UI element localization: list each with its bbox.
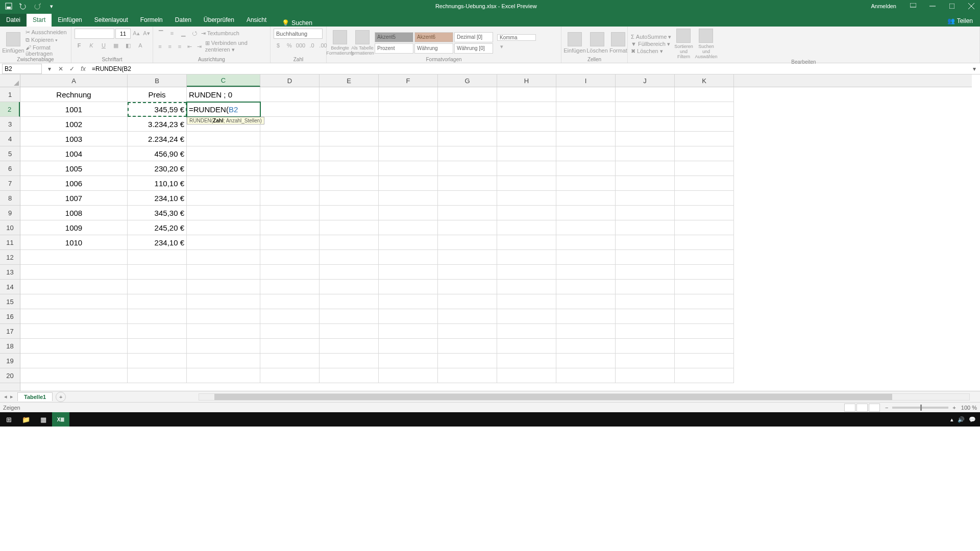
tell-me-search[interactable]: 💡 Suchen xyxy=(282,19,312,27)
qat-dropdown-icon[interactable]: ▾ xyxy=(47,2,56,11)
row-header-14[interactable]: 14 xyxy=(0,280,20,294)
cell-E15[interactable] xyxy=(320,294,379,309)
cell-I17[interactable] xyxy=(556,324,616,339)
cell-G9[interactable] xyxy=(438,206,497,220)
cell-E17[interactable] xyxy=(320,324,379,339)
cell-A8[interactable]: 1007 xyxy=(20,191,128,206)
column-header-J[interactable]: J xyxy=(616,74,675,87)
cell-G18[interactable] xyxy=(438,339,497,354)
copy-button[interactable]: ⧉ Kopieren ▾ xyxy=(26,37,68,43)
cell-K2[interactable] xyxy=(675,102,734,117)
cell-G4[interactable] xyxy=(438,132,497,146)
cell-E18[interactable] xyxy=(320,339,379,354)
expand-formula-bar-icon[interactable]: ▾ xyxy=(969,64,980,74)
cell-H7[interactable] xyxy=(497,176,556,191)
column-header-K[interactable]: K xyxy=(675,74,734,87)
cell-A13[interactable] xyxy=(20,265,128,280)
cell-G5[interactable] xyxy=(438,146,497,161)
cell-I18[interactable] xyxy=(556,339,616,354)
cell-D15[interactable] xyxy=(260,294,320,309)
cell-B15[interactable] xyxy=(128,294,187,309)
cell-C15[interactable] xyxy=(187,294,260,309)
cell-J4[interactable] xyxy=(616,132,675,146)
align-middle-icon[interactable]: ≡ xyxy=(167,29,177,38)
cell-F8[interactable] xyxy=(379,191,438,206)
orientation-icon[interactable]: ⭯ xyxy=(190,29,199,38)
taskbar-explorer-icon[interactable]: 📁 xyxy=(17,412,35,427)
italic-button[interactable]: K xyxy=(87,41,96,50)
cell-B19[interactable] xyxy=(128,354,187,368)
cell-A14[interactable] xyxy=(20,280,128,294)
name-box-dropdown-icon[interactable]: ▾ xyxy=(44,64,55,74)
percent-format-icon[interactable]: % xyxy=(285,41,294,50)
row-header-10[interactable]: 10 xyxy=(0,220,20,235)
cell-B5[interactable]: 456,90 € xyxy=(128,146,187,161)
format-painter-button[interactable]: 🖌 Format übertragen xyxy=(26,44,68,57)
cell-K5[interactable] xyxy=(675,146,734,161)
style-dezimal[interactable]: Dezimal [0] xyxy=(454,32,493,42)
cell-E16[interactable] xyxy=(320,309,379,324)
cell-E4[interactable] xyxy=(320,132,379,146)
cell-D16[interactable] xyxy=(260,309,320,324)
thousands-icon[interactable]: 000 xyxy=(296,41,305,50)
cell-K7[interactable] xyxy=(675,176,734,191)
row-header-16[interactable]: 16 xyxy=(0,309,20,324)
tab-insert[interactable]: Einfügen xyxy=(52,14,88,27)
cell-F5[interactable] xyxy=(379,146,438,161)
cell-D5[interactable] xyxy=(260,146,320,161)
tray-volume-icon[interactable]: 🔊 xyxy=(958,416,965,423)
cell-C13[interactable] xyxy=(187,265,260,280)
insert-function-icon[interactable]: fx xyxy=(78,64,89,74)
cell-D3[interactable] xyxy=(260,117,320,132)
cell-J12[interactable] xyxy=(616,250,675,265)
cell-I9[interactable] xyxy=(556,206,616,220)
cell-C8[interactable] xyxy=(187,191,260,206)
cell-E7[interactable] xyxy=(320,176,379,191)
cell-E9[interactable] xyxy=(320,206,379,220)
cell-K9[interactable] xyxy=(675,206,734,220)
cancel-formula-icon[interactable]: ✕ xyxy=(55,64,66,74)
cell-I12[interactable] xyxy=(556,250,616,265)
cell-H8[interactable] xyxy=(497,191,556,206)
cell-G15[interactable] xyxy=(438,294,497,309)
cell-A17[interactable] xyxy=(20,324,128,339)
cell-J15[interactable] xyxy=(616,294,675,309)
sheet-nav-last-icon[interactable]: ▸ xyxy=(10,393,13,400)
cell-D17[interactable] xyxy=(260,324,320,339)
cell-D20[interactable] xyxy=(260,368,320,383)
cell-K11[interactable] xyxy=(675,235,734,250)
cell-F13[interactable] xyxy=(379,265,438,280)
cut-button[interactable]: ✂ Ausschneiden xyxy=(26,29,68,36)
cell-F15[interactable] xyxy=(379,294,438,309)
number-format-select[interactable] xyxy=(274,29,323,39)
cell-I7[interactable] xyxy=(556,176,616,191)
column-header-B[interactable]: B xyxy=(128,74,187,87)
cell-A15[interactable] xyxy=(20,294,128,309)
border-button[interactable]: ▦ xyxy=(111,41,120,50)
insert-cells-button[interactable]: Einfügen xyxy=(565,32,585,54)
indent-inc-icon[interactable]: ⇥ xyxy=(195,42,203,51)
cell-K18[interactable] xyxy=(675,339,734,354)
format-cells-button[interactable]: Format xyxy=(609,32,627,54)
cell-J1[interactable] xyxy=(616,87,675,102)
cell-K15[interactable] xyxy=(675,294,734,309)
cell-H2[interactable] xyxy=(497,102,556,117)
cell-K19[interactable] xyxy=(675,354,734,368)
cell-I16[interactable] xyxy=(556,309,616,324)
cell-G2[interactable] xyxy=(438,102,497,117)
cell-H11[interactable] xyxy=(497,235,556,250)
row-header-4[interactable]: 4 xyxy=(0,132,20,146)
cell-A16[interactable] xyxy=(20,309,128,324)
view-page-break-icon[interactable] xyxy=(869,404,880,412)
cell-E8[interactable] xyxy=(320,191,379,206)
cell-I11[interactable] xyxy=(556,235,616,250)
cell-I14[interactable] xyxy=(556,280,616,294)
cell-H17[interactable] xyxy=(497,324,556,339)
accounting-format-icon[interactable]: $ xyxy=(274,41,283,50)
cell-B8[interactable]: 234,10 € xyxy=(128,191,187,206)
cell-K6[interactable] xyxy=(675,161,734,176)
cell-A20[interactable] xyxy=(20,368,128,383)
cell-F16[interactable] xyxy=(379,309,438,324)
cell-C18[interactable] xyxy=(187,339,260,354)
save-icon[interactable] xyxy=(4,2,13,11)
